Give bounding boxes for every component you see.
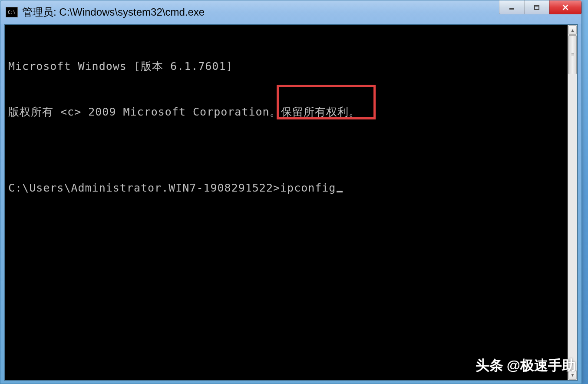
watermark-label: 头条 [476,356,503,375]
window-title: 管理员: C:\Windows\system32\cmd.exe [22,5,579,19]
console-area: Microsoft Windows [版本 6.1.7601] 版权所有 <c>… [4,24,578,381]
minimize-icon [508,4,515,11]
window-controls [499,0,581,14]
scroll-up-button[interactable]: ▲ [568,25,577,35]
console-line-version: Microsoft Windows [版本 6.1.7601] [8,59,568,74]
watermark-author: @极速手助 [507,356,576,375]
console-content[interactable]: Microsoft Windows [版本 6.1.7601] 版权所有 <c>… [5,25,568,380]
scroll-thumb[interactable] [568,35,577,74]
console-command: ipconfig [280,180,336,195]
watermark: 头条 @极速手助 [476,356,576,375]
chevron-up-icon: ▲ [571,28,575,33]
cmd-window: C:\ 管理员: C:\Windows\system32\cmd.exe [0,0,582,384]
cmd-icon: C:\ [6,7,18,17]
vertical-scrollbar[interactable]: ▲ ▼ [568,25,577,380]
scroll-track[interactable] [568,35,577,370]
titlebar[interactable]: C:\ 管理员: C:\Windows\system32\cmd.exe [0,0,581,24]
close-icon [562,4,569,11]
console-line-copyright: 版权所有 <c> 2009 Microsoft Corporation。保留所有… [8,104,568,119]
maximize-icon [533,4,540,11]
minimize-button[interactable] [499,0,524,14]
console-prompt: C:\Users\Administrator.WIN7-1908291522> [8,180,280,195]
svg-rect-0 [509,8,514,10]
maximize-button[interactable] [524,0,549,14]
console-cursor [337,191,343,192]
console-prompt-line: C:\Users\Administrator.WIN7-1908291522>i… [8,180,568,195]
close-button[interactable] [549,0,581,14]
svg-rect-2 [535,5,539,7]
